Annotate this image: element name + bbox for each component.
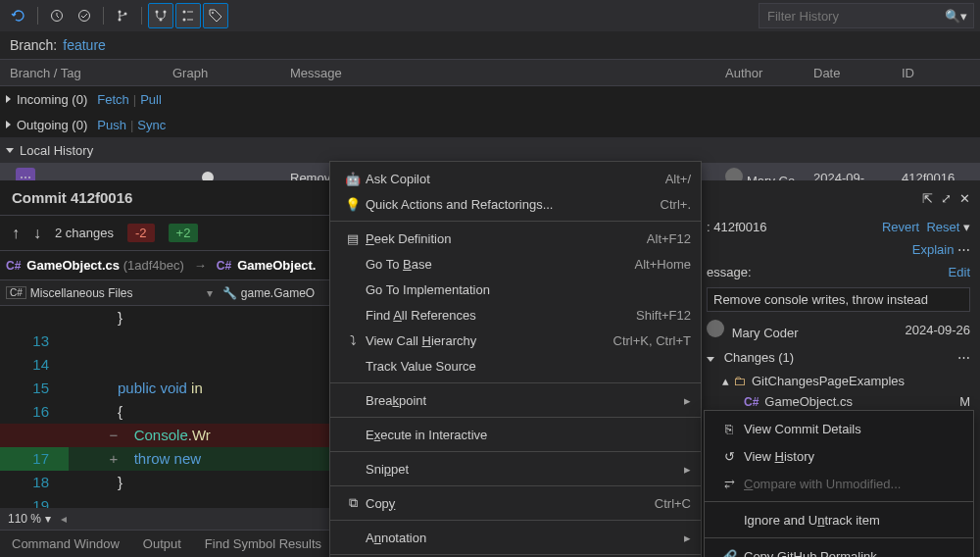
csharp-badge: C# bbox=[6, 286, 26, 299]
ctx-view-call-hierarchy[interactable]: ⤵View Call HierarchyCtrl+K, Ctrl+T bbox=[330, 328, 701, 353]
tree-file[interactable]: C#GameObject.cs M bbox=[697, 391, 980, 412]
ctx-breakpoint[interactable]: Breakpoint▸ bbox=[330, 387, 701, 413]
zoom-level[interactable]: 110 % bbox=[8, 512, 41, 526]
revert-link[interactable]: Revert bbox=[882, 220, 919, 234]
ctx-track-value-source[interactable]: Track Value Source bbox=[330, 353, 701, 379]
sub-view-commit-details[interactable]: ⎘View Commit Details bbox=[705, 415, 973, 442]
refresh-icon[interactable] bbox=[6, 3, 31, 28]
ctx-quick-actions[interactable]: 💡Quick Actions and Refactorings...Ctrl+. bbox=[330, 191, 701, 217]
clock-icon[interactable] bbox=[44, 3, 70, 28]
avatar bbox=[707, 320, 724, 337]
check-icon[interactable] bbox=[72, 3, 97, 28]
explain-link[interactable]: Explain bbox=[912, 242, 955, 257]
filter-history-input[interactable]: 🔍▾ bbox=[759, 3, 974, 28]
changes-count: 2 changes bbox=[55, 226, 114, 240]
col-graph[interactable]: Graph bbox=[172, 66, 290, 80]
sync-link[interactable]: Sync bbox=[137, 118, 166, 132]
expand-icon[interactable] bbox=[6, 95, 11, 103]
sub-copy-github-permalink[interactable]: 🔗Copy GitHub Permalink bbox=[705, 542, 973, 557]
search-icon[interactable]: 🔍▾ bbox=[945, 9, 967, 24]
sub-view-history[interactable]: ↺View History bbox=[705, 442, 973, 470]
expand-icon[interactable] bbox=[6, 121, 11, 128]
maximize-icon[interactable]: ⤢ bbox=[941, 191, 952, 206]
branch-name[interactable]: feature bbox=[63, 37, 106, 53]
diff-title: Commit 412f0016 bbox=[12, 189, 132, 206]
col-message[interactable]: Message bbox=[290, 66, 725, 80]
edit-link[interactable]: Edit bbox=[949, 265, 970, 279]
svg-point-8 bbox=[183, 11, 186, 14]
col-id[interactable]: ID bbox=[902, 66, 980, 80]
graph-icon[interactable] bbox=[148, 3, 173, 28]
close-icon[interactable]: ✕ bbox=[959, 191, 970, 206]
pull-link[interactable]: Pull bbox=[140, 92, 162, 107]
tree-folder[interactable]: ▴🗀GitChangesPageExamples bbox=[697, 371, 980, 391]
git-submenu: ⎘View Commit Details ↺View History ⥂Comp… bbox=[704, 410, 974, 557]
sub-ignore-untrack[interactable]: Ignore and Untrack item bbox=[705, 506, 973, 533]
csharp-icon: C# bbox=[217, 259, 231, 273]
commit-list-icon[interactable] bbox=[175, 3, 201, 28]
ctx-go-to-implementation[interactable]: Go To Implementation bbox=[330, 277, 701, 302]
deletions-badge: -2 bbox=[127, 224, 155, 242]
ctx-annotation[interactable]: Annotation▸ bbox=[330, 525, 701, 550]
next-change-button[interactable]: ↓ bbox=[33, 225, 41, 242]
sub-compare-unmodified: ⥂Compare with Unmodified... bbox=[705, 470, 973, 497]
reset-link[interactable]: Reset bbox=[926, 220, 959, 234]
more-icon[interactable]: ⋯ bbox=[957, 350, 970, 365]
local-history-label: Local History bbox=[20, 143, 93, 158]
push-link[interactable]: Push bbox=[97, 118, 126, 132]
ctx-peek-definition[interactable]: ▤Peek DefinitionAlt+F12 bbox=[330, 226, 701, 251]
ctx-go-to-base[interactable]: Go To BaseAlt+Home bbox=[330, 251, 701, 277]
svg-point-1 bbox=[79, 11, 90, 22]
context-menu: 🤖Ask CopilotAlt+/ 💡Quick Actions and Ref… bbox=[329, 161, 702, 557]
tab-output[interactable]: Output bbox=[131, 536, 193, 551]
col-branch-tag[interactable]: Branch / Tag bbox=[0, 66, 172, 80]
tab-command-window[interactable]: Command Window bbox=[0, 536, 131, 551]
csharp-icon: C# bbox=[744, 395, 759, 409]
ctx-snippet[interactable]: Snippet▸ bbox=[330, 456, 701, 481]
ctx-ask-copilot[interactable]: 🤖Ask CopilotAlt+/ bbox=[330, 166, 701, 191]
col-date[interactable]: Date bbox=[813, 66, 902, 80]
incoming-label: Incoming (0) bbox=[17, 92, 87, 107]
ctx-execute-interactive[interactable]: Execute in Interactive bbox=[330, 422, 701, 447]
collapse-icon[interactable] bbox=[6, 148, 14, 153]
branch-label: Branch: bbox=[10, 37, 57, 53]
col-author[interactable]: Author bbox=[725, 66, 813, 80]
ctx-copy[interactable]: ⧉CopyCtrl+C bbox=[330, 490, 701, 516]
ctx-find-all-references[interactable]: Find All ReferencesShift+F12 bbox=[330, 302, 701, 328]
svg-point-9 bbox=[183, 19, 186, 22]
detail-commit-id: : 412f0016 bbox=[707, 220, 766, 234]
filter-input[interactable] bbox=[767, 9, 965, 24]
dock-icon[interactable]: ⇱ bbox=[922, 191, 933, 206]
prev-change-button[interactable]: ↑ bbox=[12, 225, 20, 242]
branch-icon[interactable] bbox=[110, 3, 135, 28]
additions-badge: +2 bbox=[169, 224, 199, 242]
folder-icon: 🗀 bbox=[733, 374, 746, 388]
fetch-link[interactable]: Fetch bbox=[97, 92, 129, 107]
file-status: M bbox=[959, 394, 970, 409]
outgoing-label: Outgoing (0) bbox=[17, 118, 87, 132]
tag-icon[interactable] bbox=[203, 3, 228, 28]
commit-message-box[interactable]: Remove console writes, throw instead bbox=[707, 287, 970, 312]
tab-find-symbol[interactable]: Find Symbol Results bbox=[193, 536, 333, 551]
svg-point-10 bbox=[212, 12, 214, 14]
csharp-icon: C# bbox=[6, 259, 21, 273]
